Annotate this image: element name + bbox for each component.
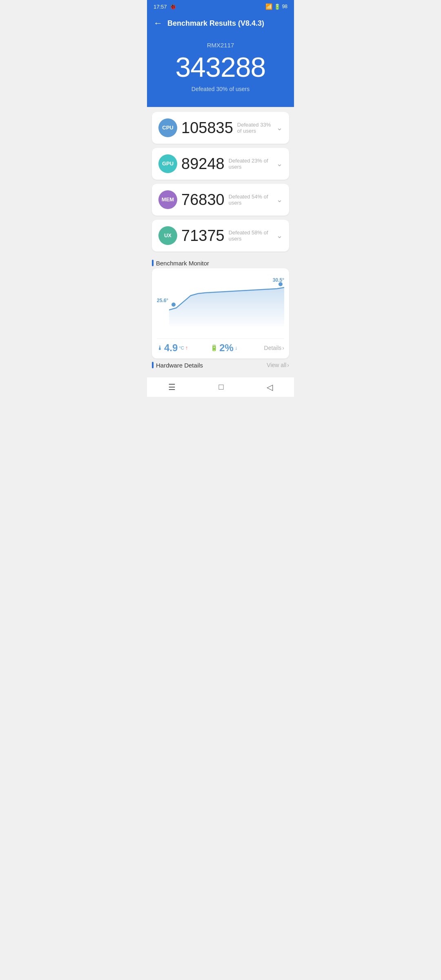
mem-score-card[interactable]: MEM 76830 Defeated 54% of users ⌄ [152, 184, 289, 216]
ux-icon: UX [158, 226, 177, 245]
mem-chevron-icon: ⌄ [276, 195, 283, 204]
gpu-chevron-icon: ⌄ [276, 159, 283, 168]
ux-defeated: Defeated 58% of users [229, 229, 276, 242]
hardware-section: Hardware Details View all › [147, 359, 294, 370]
ux-chevron-icon: ⌄ [276, 231, 283, 240]
temp-unit: °C [179, 345, 184, 350]
hardware-bar-icon [152, 362, 154, 368]
view-all-label: View all [267, 362, 286, 368]
gpu-defeated: Defeated 23% of users [229, 158, 276, 170]
temp-value: 4.9 [164, 342, 178, 354]
gpu-icon: GPU [158, 154, 177, 173]
temperature-chart: 25.6° 30.5° [157, 273, 284, 334]
battery-value: 2% [219, 342, 234, 354]
menu-nav-icon[interactable]: ☰ [168, 382, 176, 392]
time-display: 17:57 [154, 4, 167, 10]
monitor-card: 25.6° 30.5° 🌡 4.9 °C ↑ 🔋 [152, 268, 289, 359]
battery-charging-icon: 🔋 [274, 4, 281, 10]
ux-score: 71375 [181, 228, 225, 243]
device-name: RMX2117 [154, 42, 287, 49]
details-button[interactable]: Details › [264, 345, 284, 351]
cpu-score: 105835 [181, 120, 233, 136]
gpu-score-card[interactable]: GPU 89248 Defeated 23% of users ⌄ [152, 148, 289, 180]
battery-stat-icon: 🔋 [210, 344, 218, 352]
view-all-chevron-icon: › [287, 362, 289, 368]
monitor-section-label: Benchmark Monitor [147, 256, 294, 268]
details-label: Details [264, 345, 282, 351]
home-nav-icon[interactable]: □ [218, 382, 223, 392]
temp-up-arrow-icon: ↑ [185, 345, 188, 351]
status-bar: 17:57 🐞 📶 🔋 98 [147, 0, 294, 13]
back-nav-icon[interactable]: ◁ [267, 382, 273, 392]
monitor-label-text: Benchmark Monitor [156, 260, 209, 267]
score-cards: CPU 105835 Defeated 33% of users ⌄ GPU 8… [147, 107, 294, 256]
monitor-stats: 🌡 4.9 °C ↑ 🔋 2% ↓ Details › [157, 339, 284, 354]
cpu-icon: CPU [158, 118, 177, 137]
defeated-text: Defeated 30% of users [154, 86, 287, 92]
mem-defeated: Defeated 54% of users [229, 194, 276, 206]
battery-down-arrow-icon: ↓ [235, 345, 238, 351]
app-header: ← Benchmark Results (V8.4.3) [147, 13, 294, 33]
page-title: Benchmark Results (V8.4.3) [167, 19, 264, 28]
chart-temp-left: 25.6° [157, 298, 168, 303]
chart-dot-end [278, 282, 283, 286]
section-bar-icon [152, 260, 154, 266]
battery-stat: 🔋 2% ↓ [210, 342, 264, 354]
chart-temp-right: 30.5° [273, 277, 284, 283]
hardware-label-text: Hardware Details [156, 362, 203, 369]
details-chevron-icon: › [282, 345, 284, 351]
ux-score-card[interactable]: UX 71375 Defeated 58% of users ⌄ [152, 220, 289, 252]
cpu-chevron-icon: ⌄ [276, 123, 283, 132]
wifi-icon: 📶 [265, 3, 272, 10]
chart-dot-start [172, 303, 176, 307]
bottom-navigation: ☰ □ ◁ [147, 377, 294, 397]
chart-svg [169, 273, 284, 326]
temp-stat: 🌡 4.9 °C ↑ [157, 342, 210, 354]
gpu-score: 89248 [181, 156, 225, 172]
cpu-score-card[interactable]: CPU 105835 Defeated 33% of users ⌄ [152, 112, 289, 144]
mem-score: 76830 [181, 192, 225, 207]
hardware-label: Hardware Details [152, 362, 203, 369]
view-all-button[interactable]: View all › [267, 362, 289, 368]
cpu-defeated: Defeated 33% of users [237, 122, 276, 134]
mem-icon: MEM [158, 190, 177, 209]
total-score: 343288 [154, 52, 287, 82]
notification-icon: 🐞 [169, 3, 176, 10]
battery-percentage: 98 [282, 4, 287, 9]
back-button[interactable]: ← [154, 18, 163, 29]
status-right: 📶 🔋 98 [265, 3, 287, 10]
score-section: RMX2117 343288 Defeated 30% of users [147, 33, 294, 107]
thermometer-icon: 🌡 [157, 344, 163, 351]
status-left: 17:57 🐞 [154, 3, 176, 10]
